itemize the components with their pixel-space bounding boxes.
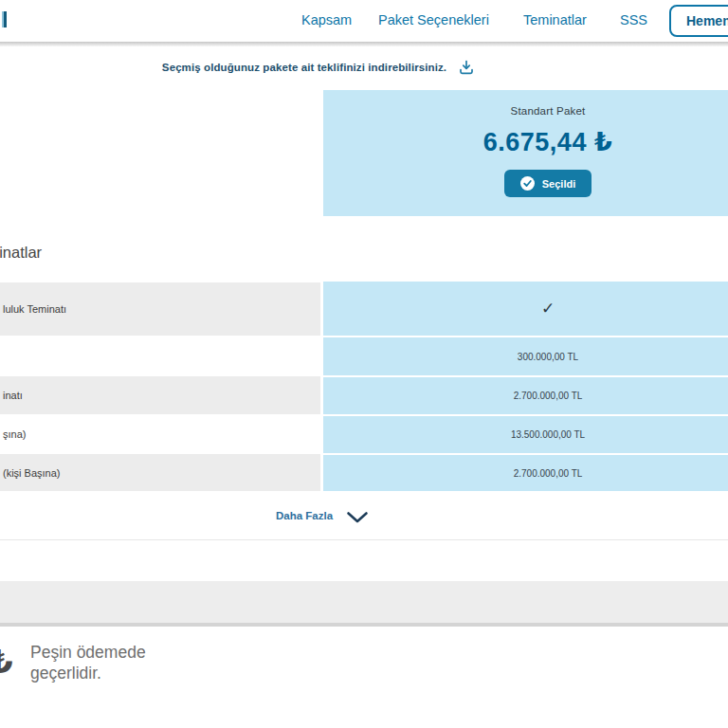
- package-price: 6.675,44 ₺: [483, 127, 612, 157]
- nav-item-kapsam[interactable]: Kapsam: [301, 12, 352, 27]
- payment-note: Peşin ödemede geçerlidir.: [30, 643, 146, 683]
- coverage-section-heading: Teminatlar: [0, 244, 42, 262]
- brand-logo-fragment[interactable]: [2, 11, 7, 27]
- coverage-row-label: [0, 337, 320, 375]
- nav-item-sss[interactable]: SSS: [620, 12, 647, 27]
- logo-stripe-dark: [4, 11, 7, 27]
- coverage-row-value: 13.500.000,00 TL: [323, 416, 728, 453]
- chevron-down-icon: [346, 511, 369, 524]
- secildi-button[interactable]: Seçildi: [504, 170, 592, 197]
- daha-fazla-button[interactable]: Daha Fazla: [0, 504, 645, 527]
- coverage-row-value: 300.000,00 TL: [323, 337, 728, 375]
- payment-note-line2: geçerlidir.: [30, 664, 146, 684]
- coverage-row-value: 2.700.000,00 TL: [323, 455, 728, 491]
- header-shadow-divider: [0, 42, 728, 46]
- package-name: Standart Paket: [511, 105, 586, 117]
- coverage-row-value: 2.700.000,00 TL: [323, 377, 728, 414]
- coverage-row-label: şına): [0, 415, 320, 453]
- download-icon[interactable]: [458, 59, 475, 76]
- page: Kapsam Paket Seçenekleri Teminatlar SSS …: [0, 0, 728, 728]
- package-card-standart: Standart Paket 6.675,44 ₺ Seçildi: [323, 90, 728, 216]
- download-offer-row: Seçmiş olduğunuz pakete ait teklifinizi …: [0, 56, 637, 79]
- section-divider: [0, 539, 728, 540]
- hemen-cta-button[interactable]: Hemen T: [669, 5, 728, 37]
- secildi-button-label: Seçildi: [542, 178, 575, 190]
- coverage-row-label: (kişi Başına): [0, 454, 320, 491]
- top-navigation-bar: Kapsam Paket Seçenekleri Teminatlar SSS …: [0, 0, 728, 42]
- download-offer-link[interactable]: Seçmiş olduğunuz pakete ait teklifinizi …: [162, 62, 446, 73]
- nav-item-paket-secenekleri[interactable]: Paket Seçenekleri: [378, 12, 489, 27]
- nav-item-teminatlar[interactable]: Teminatlar: [523, 12, 587, 27]
- check-circle-icon: [520, 176, 535, 191]
- gray-band: [0, 581, 728, 623]
- coverage-row-value: ✓: [323, 282, 728, 336]
- coverage-row-label: inatı: [0, 376, 320, 414]
- payment-note-line1: Peşin ödemede: [30, 643, 146, 664]
- gray-band-edge: [0, 623, 728, 627]
- daha-fazla-label: Daha Fazla: [276, 510, 333, 521]
- included-check-icon: ✓: [541, 299, 555, 318]
- coverage-row-label: luluk Teminatı: [0, 282, 320, 336]
- lira-symbol-icon: ₺: [0, 643, 13, 681]
